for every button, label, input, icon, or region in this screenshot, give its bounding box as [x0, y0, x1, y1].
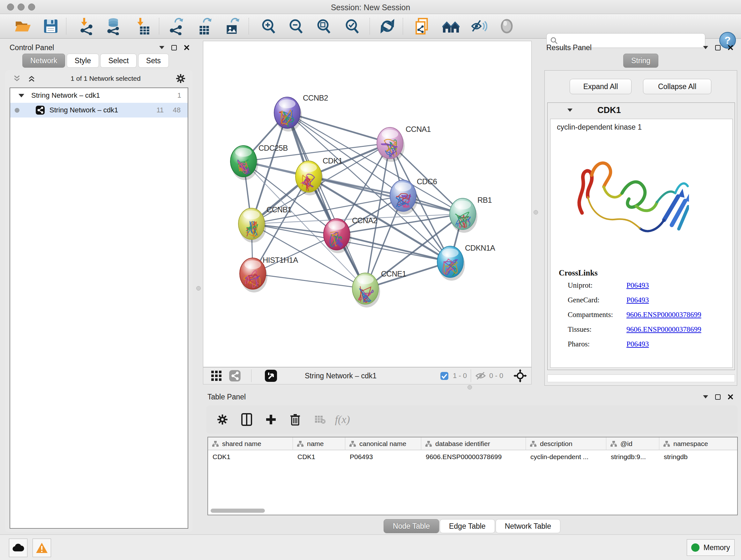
expand-all-button[interactable]: Expand All — [569, 79, 631, 94]
export-network-button[interactable] — [166, 16, 186, 37]
node-CDC25B[interactable] — [230, 145, 258, 180]
panel-menu-icon[interactable] — [703, 395, 708, 398]
show-columns-button[interactable] — [237, 410, 257, 429]
tab-network-table[interactable]: Network Table — [495, 519, 560, 533]
table-options-button[interactable] — [212, 410, 232, 429]
tab-network[interactable]: Network — [22, 54, 65, 68]
open-session-button[interactable] — [13, 16, 32, 37]
column-header-description[interactable]: description — [526, 437, 606, 450]
edge-CCNB2-CCNE1[interactable] — [287, 113, 365, 289]
node-CCNA2[interactable] — [324, 219, 351, 253]
cloud-status-button[interactable] — [9, 539, 27, 557]
table-hscrollbar[interactable] — [211, 509, 265, 513]
export-image-button[interactable] — [221, 16, 241, 37]
compartments-link[interactable]: 9606.ENSP00000378699 — [626, 311, 701, 319]
node-CCNB2[interactable] — [274, 97, 302, 132]
cell-canonicalname[interactable]: P06493 — [345, 450, 421, 463]
right-splitter-handle[interactable] — [534, 210, 538, 214]
cell-name[interactable]: CDK1 — [293, 450, 345, 463]
network-row[interactable]: String Network – cdk1 11 48 — [10, 103, 188, 118]
close-panel-icon[interactable] — [184, 45, 190, 51]
export-table-button[interactable] — [194, 16, 213, 37]
node-CDKN1A[interactable] — [437, 246, 465, 281]
column-header-name[interactable]: name — [293, 437, 345, 450]
column-header-databaseidentifier[interactable]: database identifier — [421, 437, 526, 450]
section-collapse-icon[interactable] — [567, 109, 572, 112]
cell-id[interactable]: stringdb:9... — [606, 450, 659, 463]
genecard-link[interactable]: P06493 — [626, 296, 649, 304]
zoom-selected-button[interactable] — [342, 16, 362, 37]
zoom-fit-button[interactable] — [314, 16, 333, 37]
gear-icon[interactable] — [176, 73, 186, 84]
cell-databaseidentifier[interactable]: 9606.ENSP00000378699 — [421, 450, 526, 463]
column-header-namespace[interactable]: namespace — [659, 437, 738, 450]
column-header-sharedname[interactable]: shared name — [208, 437, 293, 450]
tab-edge-table[interactable]: Edge Table — [440, 519, 495, 533]
collection-expand-icon[interactable] — [18, 94, 24, 98]
delete-column-button[interactable] — [285, 410, 305, 429]
cell-description[interactable]: cyclin-dependent ... — [526, 450, 606, 463]
network-graph[interactable]: CCNB2CCNA1CDC25BCDK1CDC6RB1CCNB1CCNA2CDK… — [203, 41, 531, 367]
expand-all-icon[interactable] — [27, 74, 36, 83]
collapse-all-button[interactable]: Collapse All — [643, 79, 711, 94]
warnings-button[interactable] — [32, 539, 51, 557]
show-graphics-details-button[interactable] — [497, 16, 517, 37]
node-CCNB1[interactable] — [239, 208, 266, 243]
tab-node-table[interactable]: Node Table — [384, 519, 439, 533]
network-collection-row[interactable]: String Network – cdk1 1 — [10, 88, 188, 103]
uniprot-link[interactable]: P06493 — [626, 281, 649, 290]
edge-CCNB2-CCNA1[interactable] — [287, 113, 390, 143]
toolbar-separator — [403, 18, 403, 35]
panel-menu-icon[interactable] — [159, 46, 164, 49]
tab-sets[interactable]: Sets — [138, 54, 169, 68]
left-splitter-handle[interactable] — [196, 286, 201, 291]
close-panel-icon[interactable] — [728, 45, 733, 51]
hidden-toggle[interactable] — [475, 368, 486, 384]
float-panel-icon[interactable] — [715, 45, 721, 51]
cell-namespace[interactable]: stringdb — [659, 450, 738, 463]
pharos-link[interactable]: P06493 — [626, 340, 649, 348]
cytoscape-home-button[interactable] — [441, 16, 461, 37]
memory-button[interactable]: Memory — [687, 539, 735, 556]
node-table[interactable]: shared namenamecanonical namedatabase id… — [207, 437, 738, 515]
import-network-from-file-button[interactable] — [77, 16, 96, 37]
panel-menu-icon[interactable] — [703, 46, 708, 49]
selected-checkbox[interactable] — [440, 368, 449, 384]
save-session-button[interactable] — [41, 16, 61, 37]
edge-HIST1H1A-CCNE1[interactable] — [253, 273, 365, 289]
zoom-in-button[interactable] — [259, 16, 278, 37]
birdseye-toggle-button[interactable] — [265, 368, 277, 384]
network-canvas[interactable]: CCNB2CCNA1CDC25BCDK1CDC6RB1CCNB1CCNA2CDK… — [203, 41, 532, 367]
hide-graphics-details-button[interactable] — [469, 16, 488, 37]
import-network-from-database-button[interactable] — [104, 16, 123, 37]
tab-string-results[interactable]: String — [623, 54, 658, 68]
string-view-button[interactable] — [229, 368, 241, 384]
float-panel-icon[interactable] — [715, 394, 721, 400]
column-header-canonicalname[interactable]: canonical name — [345, 437, 421, 450]
create-column-button[interactable] — [261, 410, 281, 429]
tissues-link[interactable]: 9606.ENSP00000378699 — [626, 325, 701, 334]
close-panel-icon[interactable] — [728, 394, 733, 400]
node-RB1[interactable] — [450, 198, 477, 233]
table-row[interactable]: CDK1CDK1P064939606.ENSP00000378699cyclin… — [208, 450, 738, 463]
node-label-RB1: RB1 — [477, 196, 492, 204]
edge-CCNA2-HIST1H1A[interactable] — [253, 234, 337, 273]
results-scrollbar-track[interactable] — [547, 374, 735, 382]
column-header-id[interactable]: @id — [606, 437, 659, 450]
show-grid-button[interactable] — [211, 368, 222, 384]
horizontal-splitter-handle[interactable] — [468, 385, 472, 389]
fit-selected-button[interactable] — [514, 368, 527, 384]
collapse-all-icon[interactable] — [13, 74, 21, 83]
node-CCNE1[interactable] — [352, 273, 380, 307]
node-CDK1[interactable] — [295, 161, 323, 195]
cdk1-section-header[interactable]: CDK1 — [548, 103, 735, 118]
node-CCNA1[interactable] — [377, 127, 405, 162]
tab-style[interactable]: Style — [67, 54, 99, 68]
open-documentation-button[interactable] — [413, 16, 432, 37]
float-panel-icon[interactable] — [172, 45, 177, 51]
tab-select[interactable]: Select — [100, 54, 137, 68]
import-table-from-file-button[interactable] — [133, 16, 152, 37]
zoom-out-button[interactable] — [286, 16, 306, 37]
apply-layout-button[interactable] — [378, 16, 397, 37]
cell-sharedname[interactable]: CDK1 — [208, 450, 293, 463]
